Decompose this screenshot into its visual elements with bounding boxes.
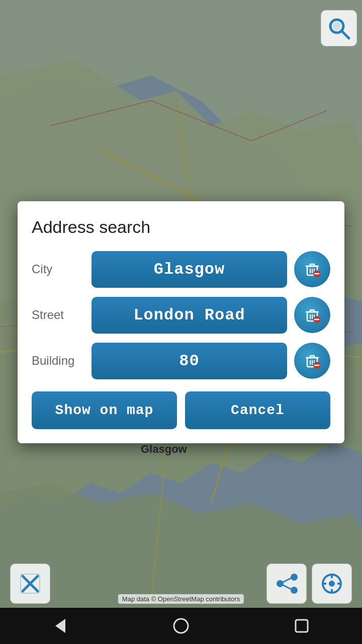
- cancel-button[interactable]: Cancel: [185, 391, 330, 429]
- city-input[interactable]: Glasgow: [92, 251, 287, 288]
- city-delete-button[interactable]: [294, 251, 330, 287]
- dialog-title: Address search: [32, 217, 330, 237]
- street-delete-button[interactable]: [294, 297, 330, 333]
- building-input[interactable]: 80: [92, 343, 287, 379]
- address-search-dialog: Address search City Glasgow: [18, 201, 344, 443]
- building-label: Building: [32, 354, 84, 368]
- building-delete-button[interactable]: [294, 343, 330, 379]
- street-label: Street: [32, 308, 84, 322]
- street-row: Street London Road: [32, 297, 330, 334]
- street-input[interactable]: London Road: [92, 297, 287, 334]
- trash-icon-street: [303, 306, 321, 324]
- city-row: City Glasgow: [32, 251, 330, 288]
- trash-icon-building: [303, 352, 321, 370]
- show-on-map-button[interactable]: Show on map: [32, 391, 177, 429]
- trash-icon: [303, 260, 321, 278]
- city-label: City: [32, 262, 84, 276]
- dialog-backdrop: Address search City Glasgow: [0, 0, 362, 644]
- building-row: Building 80: [32, 343, 330, 379]
- dialog-buttons: Show on map Cancel: [32, 391, 330, 429]
